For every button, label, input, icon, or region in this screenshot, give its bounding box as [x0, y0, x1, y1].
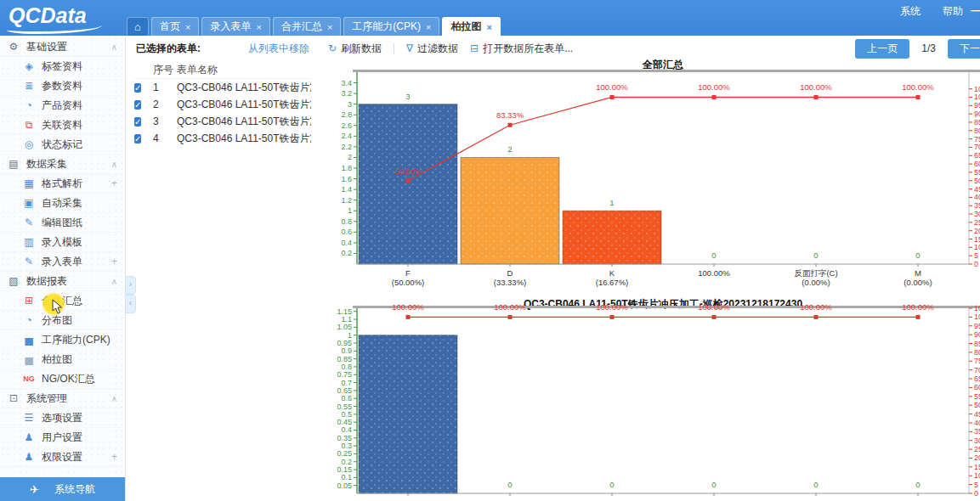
- tab-home[interactable]: ⌂: [127, 17, 149, 36]
- sidebar-section-数据采集[interactable]: ▤数据采集∧: [0, 155, 125, 174]
- collapse-left-handle[interactable]: ‹: [125, 295, 136, 313]
- table-header-row: 序号表单名称: [134, 61, 311, 79]
- folder-icon: ⊟: [470, 42, 479, 54]
- row-checkbox[interactable]: ✓: [134, 83, 141, 93]
- sidebar-item-合并汇总[interactable]: ⊞合并汇总: [0, 291, 125, 311]
- svg-text:80: 80: [974, 127, 980, 135]
- refresh-data-button[interactable]: ↻ 刷新数据: [328, 42, 382, 56]
- header-menu-item-1[interactable]: 帮助: [943, 5, 963, 17]
- sidebar-item-用户设置[interactable]: ♟用户设置: [0, 428, 125, 448]
- expand-plus-icon[interactable]: +: [111, 256, 117, 267]
- page-indicator: 1/3: [921, 42, 936, 54]
- tab-close-icon[interactable]: ×: [486, 22, 491, 32]
- svg-text:1: 1: [348, 331, 352, 340]
- svg-text:30: 30: [974, 436, 980, 445]
- line-percent-label: 100.00%: [596, 302, 628, 312]
- svg-text:5: 5: [974, 481, 978, 489]
- sidebar-item-产品资料[interactable]: ◔产品资料: [0, 96, 125, 115]
- sidebar-item-label: 柏拉图: [42, 352, 72, 367]
- sidebar-item-label: 选项设置: [42, 411, 82, 425]
- bar-value-label: 0: [711, 480, 716, 489]
- tab-合并汇总[interactable]: 合并汇总×: [273, 17, 341, 36]
- refresh-icon: ↻: [328, 42, 337, 54]
- tab-close-icon[interactable]: ×: [256, 22, 261, 32]
- toolbar-divider: [394, 43, 394, 54]
- header-menu-item-0[interactable]: 系统: [900, 5, 921, 17]
- svg-text:40: 40: [974, 419, 980, 427]
- open-source-form-button[interactable]: ⊟ 打开数据所在表单...: [470, 42, 573, 56]
- section-label: 数据报表: [26, 274, 67, 289]
- pareto-chart-1: QC3-CB046 LA11-50T铁齿片冲压加工-巡检202312181724…: [316, 296, 980, 501]
- filter-label: 过滤数据: [417, 42, 458, 56]
- minimize-icon[interactable]: —: [971, 3, 980, 16]
- distribution-icon: ◔: [22, 314, 36, 326]
- svg-text:45: 45: [974, 410, 980, 419]
- table-row[interactable]: ✓1QC3-CB046 LA11-50T铁齿片冲压加工-巡检2...: [134, 79, 311, 96]
- svg-text:0.2: 0.2: [341, 249, 352, 257]
- sidebar-item-状态标记[interactable]: ◎状态标记: [0, 135, 125, 155]
- sidebar-item-录入模板[interactable]: ▥录入模板: [0, 233, 125, 252]
- sidebar-item-格式解析[interactable]: ▦格式解析+: [0, 174, 125, 194]
- sidebar-section-系统管理[interactable]: ⊡系统管理∧: [0, 389, 125, 408]
- product-icon: ◔: [22, 99, 36, 111]
- sidebar-item-录入表单[interactable]: ✎录入表单+: [0, 252, 125, 272]
- sidebar-item-label: 工序能力(CPK): [42, 333, 110, 347]
- sidebar-section-基础设置[interactable]: ⚙基础设置∧: [0, 37, 125, 57]
- bar-value-label: 0: [813, 480, 818, 489]
- svg-text:0.8: 0.8: [341, 363, 352, 371]
- system-nav-button[interactable]: ✈ 系统导航: [0, 477, 125, 501]
- sidebar-item-自动采集[interactable]: ▣自动采集: [0, 194, 125, 213]
- remove-from-list-link[interactable]: 从列表中移除: [248, 42, 309, 56]
- sidebar-item-工序能力(CPK)[interactable]: ▅工序能力(CPK): [0, 330, 125, 350]
- tab-柏拉图[interactable]: 柏拉图×: [442, 17, 500, 36]
- line-marker: [610, 95, 615, 99]
- svg-text:0.35: 0.35: [337, 434, 352, 442]
- expand-plus-icon[interactable]: +: [111, 451, 117, 463]
- row-seq: 3: [153, 115, 177, 127]
- section-label: 基础设置: [26, 40, 67, 54]
- sidebar-item-参数资料[interactable]: ≣参数资料: [0, 76, 125, 96]
- sidebar-item-label: 权限设置: [42, 450, 82, 464]
- row-checkbox[interactable]: ✓: [134, 134, 141, 144]
- tab-首页[interactable]: 首页×: [151, 17, 199, 36]
- sidebar-section-数据报表[interactable]: ▧数据报表∧: [0, 272, 125, 291]
- svg-text:0.8: 0.8: [341, 217, 352, 226]
- sidebar-item-标签资料[interactable]: ◈标签资料: [0, 57, 125, 76]
- svg-text:0.1: 0.1: [341, 473, 352, 481]
- selected-forms-table: 序号表单名称✓1QC3-CB046 LA11-50T铁齿片冲压加工-巡检2...…: [134, 61, 311, 147]
- sidebar-item-分布图[interactable]: ◔分布图: [0, 311, 125, 330]
- line-percent-label: 100.00%: [698, 302, 730, 312]
- sidebar: ⚙基础设置∧◈标签资料≣参数资料◔产品资料⧉关联资料◎状态标记▤数据采集∧▦格式…: [0, 36, 126, 501]
- line-marker: [814, 315, 819, 319]
- svg-text:0.3: 0.3: [341, 442, 352, 450]
- tab-close-icon[interactable]: ×: [327, 22, 332, 32]
- tab-close-icon[interactable]: ×: [426, 22, 431, 32]
- sidebar-item-柏拉图[interactable]: ▅柏拉图: [0, 350, 125, 369]
- table-row[interactable]: ✓4QC3-CB046 LA11-50T铁齿片冲压加工-巡检2...: [134, 130, 311, 147]
- sidebar-item-关联资料[interactable]: ⧉关联资料: [0, 115, 125, 135]
- expand-plus-icon[interactable]: +: [111, 177, 117, 189]
- sidebar-item-NG/OK汇总[interactable]: NGNG/OK汇总: [0, 369, 125, 389]
- table-row[interactable]: ✓3QC3-CB046 LA11-50T铁齿片冲压加工-巡检2...: [134, 113, 311, 130]
- row-form-name: QC3-CB046 LA11-50T铁齿片冲压加工-巡检2...: [177, 115, 311, 129]
- svg-text:40: 40: [974, 193, 980, 201]
- tab-录入表单[interactable]: 录入表单×: [201, 17, 269, 36]
- sidebar-item-label: 自动采集: [42, 196, 82, 211]
- table-row[interactable]: ✓2QC3-CB046 LA11-50T铁齿片冲压加工-巡检2...: [134, 96, 311, 113]
- row-checkbox[interactable]: ✓: [134, 117, 141, 127]
- sidebar-item-选项设置[interactable]: ☰选项设置: [0, 408, 125, 428]
- svg-text:0.65: 0.65: [337, 386, 352, 395]
- row-checkbox[interactable]: ✓: [134, 100, 141, 110]
- line-percent-label: 100.00%: [800, 82, 832, 92]
- sidebar-item-权限设置[interactable]: ♟权限设置+: [0, 448, 125, 467]
- svg-text:105: 105: [974, 304, 980, 312]
- row-seq: 2: [153, 99, 177, 110]
- format-icon: ▦: [22, 177, 36, 189]
- send-icon: ✈: [30, 483, 39, 496]
- tab-工序能力(CPK)[interactable]: 工序能力(CPK)×: [343, 17, 439, 36]
- tab-close-icon[interactable]: ×: [185, 22, 190, 32]
- collapse-right-handle[interactable]: ›: [125, 276, 136, 295]
- bar-value-label: 0: [915, 250, 920, 260]
- sidebar-item-编辑图纸[interactable]: ✎编辑图纸: [0, 213, 125, 233]
- filter-data-button[interactable]: ∇ 过滤数据: [406, 42, 458, 56]
